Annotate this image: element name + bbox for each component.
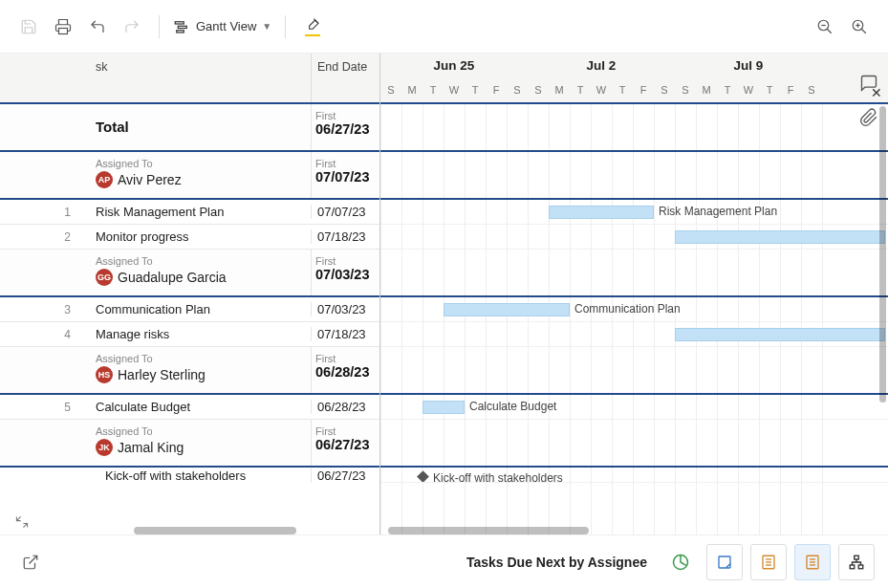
avatar: AP	[96, 171, 113, 188]
highlight-button[interactable]	[297, 11, 328, 42]
row-number: 2	[0, 230, 96, 244]
gantt-task-row: Kick-off with stakeholders	[380, 468, 888, 483]
gantt-group-row	[380, 250, 888, 297]
avatar: GG	[96, 269, 113, 286]
task-row[interactable]: 1Risk Management Plan07/07/23	[0, 200, 379, 225]
milestone[interactable]: Kick-off with stakeholders	[419, 471, 563, 483]
vertical-scrollbar[interactable]	[879, 106, 886, 403]
first-label: First	[315, 255, 376, 267]
svg-line-11	[30, 555, 37, 563]
gantt-group-row	[380, 152, 888, 200]
assignee-name: Harley Sterling	[118, 367, 206, 382]
row-number: 1	[0, 206, 96, 219]
day-label: M	[401, 78, 422, 104]
assignee-group-row[interactable]: Assigned ToHSHarley SterlingFirst06/28/2…	[0, 347, 379, 395]
assigned-to-label: Assigned To	[96, 353, 303, 364]
view-label: Gantt View	[196, 19, 256, 33]
task-row[interactable]: 2Monitor progress07/18/23	[0, 225, 379, 250]
column-header-task[interactable]: sk	[0, 54, 311, 102]
gantt-bar[interactable]: Calculate Budget	[422, 401, 465, 414]
task-row[interactable]: 4Manage risks07/18/23	[0, 322, 379, 347]
svg-rect-0	[59, 28, 68, 33]
day-label: T	[570, 78, 591, 104]
gantt-bar[interactable]	[675, 328, 885, 341]
right-rail	[850, 54, 888, 128]
zoom-in-button[interactable]	[844, 11, 875, 42]
gantt-header: Jun 25Jul 2Jul 9 SMTWTFSSMTWTFSSMTWTFS ✕	[380, 54, 888, 104]
chart-icon[interactable]	[662, 544, 699, 580]
total-date: 06/27/23	[315, 121, 376, 138]
task-row[interactable]: 5Calculate Budget06/28/23	[0, 395, 379, 420]
list-icon-1[interactable]	[750, 544, 787, 580]
save-button	[13, 11, 44, 42]
day-label: M	[696, 78, 717, 104]
task-row[interactable]: 3Communication Plan07/03/23	[0, 297, 379, 322]
total-label: Total	[0, 104, 311, 150]
open-external-button[interactable]	[13, 545, 48, 579]
task-end-date: 06/27/23	[311, 468, 379, 483]
assignee-group-row[interactable]: Assigned ToJKJamal KingFirst06/27/23	[0, 420, 379, 468]
note-icon[interactable]	[706, 544, 743, 580]
zoom-out-button[interactable]	[810, 11, 840, 42]
task-end-date: 07/07/23	[311, 205, 379, 219]
day-label: S	[801, 78, 822, 104]
task-name: Calculate Budget	[96, 400, 311, 414]
assigned-to-label: Assigned To	[96, 425, 303, 437]
first-label: First	[315, 158, 376, 169]
attachments-icon[interactable]	[858, 107, 879, 128]
total-row[interactable]: TotalFirst06/27/23	[0, 104, 379, 152]
task-name: Communication Plan	[96, 302, 311, 316]
task-row[interactable]: Kick-off with stakeholders06/27/23	[0, 468, 379, 483]
separator	[285, 15, 286, 38]
milestone-label: Kick-off with stakeholders	[433, 471, 563, 483]
task-horizontal-scrollbar[interactable]	[134, 527, 296, 534]
row-number: 4	[0, 328, 96, 341]
day-label: S	[507, 78, 528, 104]
collapse-handle[interactable]	[13, 513, 31, 531]
column-header-end[interactable]: End Date	[311, 54, 379, 102]
footer-icons	[662, 544, 875, 580]
gantt-group-row	[380, 347, 888, 395]
day-label: F	[486, 78, 507, 104]
hierarchy-icon[interactable]	[838, 544, 875, 580]
main-area: sk End Date TotalFirst06/27/23Assigned T…	[0, 54, 888, 534]
week-label: Jun 25	[380, 54, 528, 78]
separator	[159, 15, 160, 38]
undo-button[interactable]	[82, 11, 113, 42]
gantt-body: Risk Management PlanCommunication PlanCa…	[380, 104, 888, 534]
task-body: TotalFirst06/27/23Assigned ToAPAviv Pere…	[0, 104, 379, 534]
assigned-to-label: Assigned To	[96, 158, 303, 169]
list-icon-2[interactable]	[794, 544, 831, 580]
day-label: S	[675, 78, 696, 104]
group-date: 06/28/23	[315, 364, 376, 381]
day-label: M	[549, 78, 570, 104]
assignee-group-row[interactable]: Assigned ToGGGuadalupe GarciaFirst07/03/…	[0, 250, 379, 297]
bar-label: Risk Management Plan	[659, 205, 777, 218]
footer: Tasks Due Next by Assignee	[0, 534, 888, 588]
gantt-bar[interactable]: Risk Management Plan	[549, 206, 654, 219]
gantt-task-row	[380, 225, 888, 250]
gantt-bar[interactable]	[675, 230, 885, 244]
row-number: 5	[0, 401, 96, 414]
gantt-bar[interactable]: Communication Plan	[444, 303, 570, 316]
day-label: T	[717, 78, 738, 104]
view-selector[interactable]: Gantt View ▼	[173, 18, 271, 35]
first-label: First	[315, 353, 376, 364]
day-label: S	[380, 78, 401, 104]
bar-label: Communication Plan	[574, 302, 681, 316]
toolbar: Gantt View ▼	[0, 0, 888, 54]
svg-line-8	[861, 29, 866, 33]
assignee-group-row[interactable]: Assigned ToAPAviv PerezFirst07/07/23	[0, 152, 379, 200]
gantt-task-row	[380, 322, 888, 347]
gantt-task-row: Risk Management Plan	[380, 200, 888, 225]
gantt-horizontal-scrollbar[interactable]	[388, 527, 589, 534]
group-date: 07/07/23	[315, 169, 376, 185]
day-label: S	[528, 78, 549, 104]
day-label: T	[759, 78, 780, 104]
task-name: Kick-off with stakeholders	[96, 468, 311, 483]
diamond-icon	[417, 470, 429, 483]
comments-icon[interactable]	[858, 73, 879, 94]
day-label: T	[422, 78, 444, 104]
print-button[interactable]	[48, 11, 78, 42]
week-label: Jul 2	[528, 54, 675, 78]
